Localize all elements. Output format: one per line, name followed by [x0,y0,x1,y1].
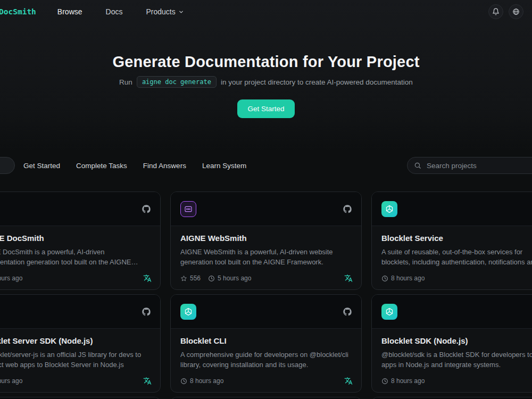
card-footer: 556 5 hours ago [180,274,353,282]
websmith-app-icon [180,201,196,217]
tab-complete-tasks[interactable]: Complete Tasks [76,162,127,170]
topbar-actions [488,4,523,19]
project-card-blocklet-service[interactable]: Blocklet Service A suite of reusable, ou… [371,192,532,290]
blocklet-app-icon [180,304,196,320]
subtitle-suffix: in your project directory to create AI-p… [221,78,413,86]
card-meta: 556 5 hours ago [180,275,251,282]
globe-icon [512,8,520,15]
blocklet-app-icon [381,304,397,320]
card-description: AIGNE WebSmith is a powerful, AI-driven … [180,247,352,268]
star-icon [180,275,187,282]
card-meta: 2 hours ago [0,275,22,282]
card-title: Blocklet SDK (Node.js) [381,336,532,345]
card-footer: 2 hours ago [0,274,152,282]
translate-icon[interactable] [344,377,353,385]
card-body: Blocklet Server SDK (Node.js) @blocklet/… [0,329,160,370]
card-header [171,192,361,226]
chevron-down-icon [178,9,184,15]
nav-item-docs[interactable]: Docs [106,7,123,16]
card-meta: 8 hours ago [381,377,425,385]
nav-item-products[interactable]: Products [146,7,184,16]
tab-learn-system[interactable]: Learn System [202,162,246,170]
clock-icon [381,378,388,385]
subtitle-prefix: Run [119,78,132,86]
github-icon[interactable] [142,205,151,213]
tab-partial[interactable] [0,157,15,174]
project-card-blocklet-cli[interactable]: Blocklet CLI A comprehensive guide for d… [170,294,362,393]
updated-time: 8 hours ago [381,275,425,282]
card-meta: 8 hours ago [180,377,223,385]
card-next-row-partial [0,397,161,399]
card-header [372,295,532,329]
hero-section: Generate Documentation for Your Project … [0,53,532,118]
card-footer: 8 hours ago [180,377,353,385]
card-description: A comprehensive guide for developers on … [180,350,352,370]
logo[interactable]: DocSmith [0,7,36,16]
card-header [0,295,160,329]
clock-icon [208,275,215,282]
card-footer: 8 hours ago [0,377,152,385]
updated-time: 8 hours ago [0,377,22,385]
translate-icon[interactable] [344,274,353,282]
card-description: @blocklet/server-js is an official JS li… [0,350,151,370]
get-started-button[interactable]: Get Started [237,99,294,118]
filter-bar: Get Started Complete Tasks Find Answers … [0,157,532,174]
updated-time-value: 5 hours ago [218,275,251,282]
card-next-row-partial [170,397,362,399]
project-card-blocklet-sdk[interactable]: Blocklet SDK (Node.js) @blocklet/sdk is … [371,294,532,393]
card-title: Blocklet Service [381,234,532,243]
card-body: AIGNE DocSmith AIGNE DocSmith is a power… [0,226,160,268]
card-body: Blocklet Service A suite of reusable, ou… [372,226,532,268]
tab-get-started[interactable]: Get Started [23,162,60,170]
search-box[interactable] [407,157,532,174]
nav-item-browse[interactable]: Browse [57,7,82,16]
updated-time: 5 hours ago [208,275,251,282]
notifications-button[interactable] [488,4,503,19]
card-body: AIGNE WebSmith AIGNE WebSmith is a power… [171,226,361,268]
search-input[interactable] [426,161,532,170]
github-icon[interactable] [343,307,352,316]
bell-icon [492,8,500,15]
github-icon[interactable] [343,205,352,213]
card-header [0,192,160,226]
hero-subtitle: Run aigne doc generate in your project d… [0,76,532,88]
card-next-row-partial [371,397,532,399]
card-footer: 8 hours ago [381,377,532,385]
card-meta: 8 hours ago [0,377,22,385]
updated-time-value: 8 hours ago [391,377,425,385]
updated-time-value: 2 hours ago [0,275,22,282]
updated-time: 2 hours ago [0,275,22,282]
card-title: AIGNE DocSmith [0,234,151,243]
translate-icon[interactable] [143,274,152,282]
card-header [171,295,361,329]
card-description: @blocklet/sdk is a Blocklet SDK for deve… [381,350,532,370]
updated-time-value: 8 hours ago [190,377,223,385]
project-grid: AIGNE DocSmith AIGNE DocSmith is a power… [0,192,532,399]
tab-find-answers[interactable]: Find Answers [143,162,186,170]
top-navigation: DocSmith Browse Docs Products [0,0,532,23]
card-title: Blocklet CLI [180,336,352,345]
clock-icon [180,378,187,385]
card-description: A suite of reusable, out-of-the-box serv… [381,247,532,268]
search-icon [414,162,421,169]
project-card-docsmith[interactable]: AIGNE DocSmith AIGNE DocSmith is a power… [0,192,161,290]
page-title: Generate Documentation for Your Project [0,53,532,71]
nav-links: Browse Docs Products [57,7,184,16]
clock-icon [381,275,388,282]
updated-time: 8 hours ago [180,377,223,385]
nav-item-products-label: Products [146,7,175,16]
card-header [372,192,532,226]
card-meta: 8 hours ago [381,275,425,282]
translate-icon[interactable] [143,377,152,385]
github-icon[interactable] [142,307,151,316]
card-footer: 8 hours ago [381,274,532,282]
project-card-blocklet-server-sdk[interactable]: Blocklet Server SDK (Node.js) @blocklet/… [0,294,161,393]
star-count: 556 [180,275,201,282]
project-card-websmith[interactable]: AIGNE WebSmith AIGNE WebSmith is a power… [170,192,362,290]
language-button[interactable] [509,4,523,19]
updated-time-value: 8 hours ago [391,275,425,282]
card-body: Blocklet CLI A comprehensive guide for d… [171,329,361,370]
card-body: Blocklet SDK (Node.js) @blocklet/sdk is … [372,329,532,370]
updated-time-value: 8 hours ago [0,377,22,385]
filter-tabs: Get Started Complete Tasks Find Answers … [23,162,246,170]
